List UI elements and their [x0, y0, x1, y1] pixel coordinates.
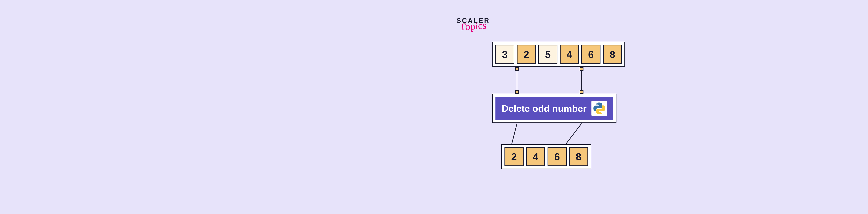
connector-line: [517, 67, 517, 94]
process-label: Delete odd number: [502, 103, 587, 114]
output-cell: 8: [569, 147, 588, 166]
output-array: 2468: [501, 144, 591, 169]
connector-line: [581, 67, 582, 94]
input-cell: 3: [495, 45, 515, 64]
brand-logo-line2: Topics: [460, 22, 487, 30]
output-cell: 6: [548, 147, 567, 166]
brand-logo: SCALER Topics: [457, 17, 490, 30]
output-cell: 4: [526, 147, 545, 166]
input-cell: 8: [603, 45, 622, 64]
input-cell: 2: [517, 45, 536, 64]
connector-node: [515, 67, 519, 71]
input-cell: 6: [581, 45, 600, 64]
svg-line-2: [512, 123, 517, 144]
diagram-stage: SCALER Topics 325468 Delete odd number: [382, 0, 660, 214]
output-cell: 2: [504, 147, 524, 166]
svg-point-0: [596, 104, 598, 105]
svg-line-3: [566, 123, 582, 144]
process-box: Delete odd number: [492, 94, 616, 123]
input-cell: 5: [538, 45, 557, 64]
process-inner: Delete odd number: [495, 97, 613, 120]
connector-node: [580, 90, 584, 94]
input-array: 325468: [492, 42, 625, 67]
python-logo-icon: [591, 101, 607, 116]
connector-node: [580, 67, 584, 71]
svg-point-1: [601, 112, 602, 113]
connector-node: [515, 90, 519, 94]
input-cell: 4: [560, 45, 579, 64]
